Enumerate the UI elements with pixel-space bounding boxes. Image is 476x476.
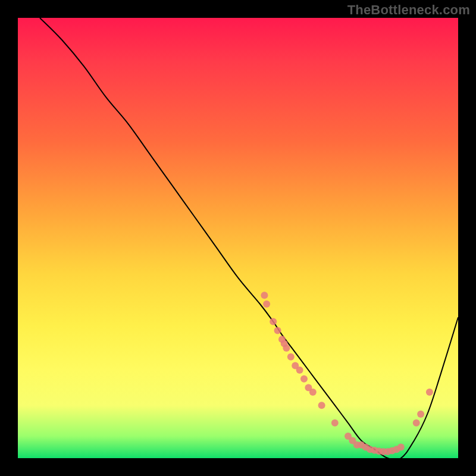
hardware-point: [270, 318, 277, 325]
hardware-point: [417, 411, 424, 418]
hardware-point: [263, 300, 270, 308]
hardware-point: [274, 327, 281, 334]
chart-svg: [18, 18, 458, 458]
hardware-point: [397, 444, 405, 451]
hardware-point: [309, 389, 317, 396]
hardware-point: [413, 419, 420, 427]
hardware-point: [426, 389, 433, 396]
plot-area: [18, 18, 458, 458]
attribution-watermark: TheBottleneck.com: [347, 2, 470, 18]
hardware-points-group: [261, 292, 433, 455]
hardware-point: [300, 375, 308, 383]
hardware-point: [318, 402, 325, 409]
hardware-point: [261, 292, 268, 299]
hardware-point: [331, 419, 339, 427]
chart-container: TheBottleneck.com: [0, 0, 476, 476]
hardware-point: [283, 345, 290, 352]
hardware-point: [296, 367, 303, 374]
hardware-point: [287, 353, 295, 361]
bottleneck-curve: [40, 18, 458, 458]
